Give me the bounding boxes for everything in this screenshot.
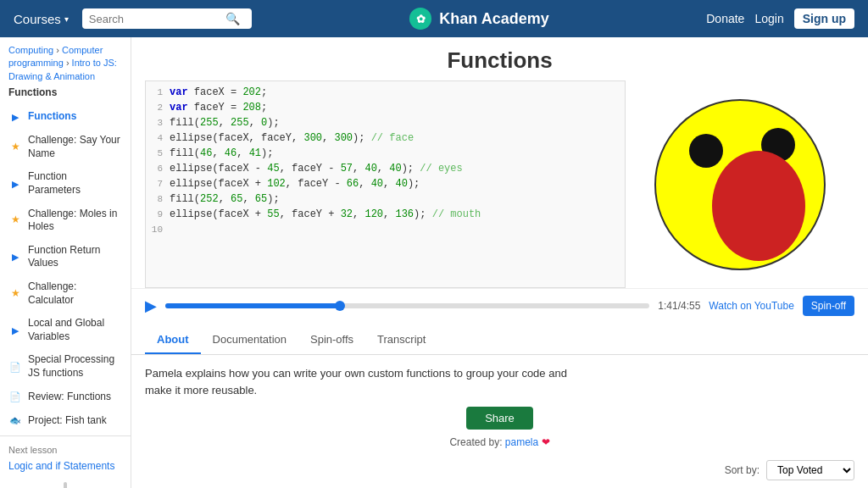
- play-icon: ▶: [8, 177, 22, 191]
- code-editor[interactable]: 1var faceX = 202;2var faceY = 208;3fill(…: [145, 80, 626, 288]
- code-line: 4ellipse(faceX, faceY, 300, 300); // fac…: [146, 132, 625, 147]
- line-number: 3: [146, 117, 170, 128]
- fn-token: ,: [383, 208, 395, 220]
- tab-about[interactable]: About: [145, 326, 201, 354]
- sidebar-item-local-and-global-variables[interactable]: ▶Local and Global Variables: [0, 312, 131, 348]
- sidebar-item-challenge-say-your-name[interactable]: ★Challenge: Say Your Name: [0, 129, 131, 165]
- share-button[interactable]: Share: [466, 407, 533, 430]
- fn-token: ,: [212, 147, 224, 159]
- code-line: 3fill(255, 255, 0);: [146, 117, 625, 132]
- header: Courses ▾ 🔍 ✿ Khan Academy Donate Login …: [0, 0, 868, 37]
- doc-icon: 📄: [8, 360, 22, 374]
- sidebar-item-label: Challenge: Calculator: [28, 280, 122, 307]
- num-token: 65: [231, 193, 242, 205]
- fn-token: ,: [219, 117, 231, 129]
- tabs-bar: AboutDocumentationSpin-offsTranscript: [131, 326, 868, 355]
- play-icon: ▶: [8, 250, 22, 263]
- code-line: 7ellipse(faceX + 102, faceY - 66, 40, 40…: [146, 178, 625, 193]
- sidebar-item-challenge-calculator[interactable]: ★Challenge: Calculator: [0, 275, 131, 312]
- fn-token: );: [267, 193, 279, 205]
- fn-token: fill(: [170, 193, 200, 205]
- play-button[interactable]: ▶: [145, 297, 157, 315]
- fn-token: fill(: [170, 147, 200, 159]
- line-number: 4: [146, 132, 170, 143]
- tab-transcript[interactable]: Transcript: [365, 326, 437, 354]
- sidebar-item-functions[interactable]: ▶Functions: [0, 105, 131, 129]
- fn-token: faceY =: [188, 102, 243, 114]
- num-token: 46: [225, 147, 236, 159]
- cm-token: // face: [371, 132, 414, 144]
- line-number: 5: [146, 147, 170, 158]
- sidebar-scrollbar[interactable]: [64, 482, 67, 488]
- star-icon: ★: [8, 287, 22, 301]
- kw-token: var: [170, 86, 188, 98]
- sidebar-current-title: Functions: [0, 86, 131, 105]
- star-icon: ★: [8, 214, 22, 227]
- preview-canvas: [626, 80, 854, 288]
- play-icon: ▶: [8, 324, 22, 337]
- num-token: 66: [347, 178, 359, 190]
- sidebar-item-project-fish-tank[interactable]: 🐟Project: Fish tank: [0, 408, 131, 432]
- next-lesson-title[interactable]: Logic and if Statements: [0, 458, 131, 479]
- search-input[interactable]: [89, 13, 220, 25]
- sidebar-item-special-processing-js-functions[interactable]: 📄Special Processing​JS functions: [0, 348, 131, 385]
- about-panel: Pamela explains how you can write your o…: [131, 355, 868, 455]
- fn-token: ;: [261, 86, 267, 98]
- code-line: 6ellipse(faceX - 45, faceY - 57, 40, 40)…: [146, 163, 625, 178]
- main-content: Functions 1var faceX = 202;2var faceY = …: [131, 37, 868, 488]
- fn-token: , faceY +: [280, 208, 341, 220]
- spin-off-button[interactable]: Spin-off: [803, 296, 854, 316]
- watch-youtube-link[interactable]: Watch on YouTube: [709, 300, 794, 312]
- breadcrumb: Computing › Computer programming › Intro…: [0, 37, 131, 86]
- progress-thumb[interactable]: [335, 301, 345, 311]
- progress-bar[interactable]: [165, 303, 649, 308]
- next-lesson-label: Next lesson: [0, 435, 131, 458]
- sidebar-item-function-return-values[interactable]: ▶Function Return Values: [0, 239, 131, 275]
- sidebar-item-function-parameters[interactable]: ▶Function Parameters: [0, 165, 131, 202]
- star-icon: ★: [8, 141, 22, 154]
- courses-menu[interactable]: Courses ▾: [14, 12, 69, 26]
- fn-token: fill(: [170, 117, 200, 129]
- sidebar-item-label: Project: Fish tank: [28, 414, 107, 428]
- brand-name: Khan Academy: [439, 10, 548, 28]
- num-token: 40: [364, 163, 376, 175]
- login-button[interactable]: Login: [754, 12, 783, 25]
- line-code: var faceX = 202;: [170, 86, 625, 98]
- line-number: 6: [146, 163, 170, 174]
- donate-button[interactable]: Donate: [706, 12, 744, 25]
- svg-text:✿: ✿: [416, 13, 426, 25]
- time-display: 1:41/4:55: [658, 300, 700, 312]
- fn-token: ,: [383, 178, 395, 190]
- breadcrumb-computing[interactable]: Computing: [8, 45, 53, 55]
- fn-token: );: [261, 147, 273, 159]
- sidebar-items: ▶Functions★Challenge: Say Your Name▶Func…: [0, 105, 131, 432]
- cm-token: // mouth: [432, 208, 481, 220]
- author-link[interactable]: pamela: [505, 436, 538, 448]
- fn-token: , faceY -: [280, 163, 341, 175]
- fn-token: );: [402, 163, 420, 175]
- created-by-label: Created by:: [449, 436, 502, 448]
- code-line: 1var faceX = 202;: [146, 86, 625, 102]
- kw-token: var: [170, 102, 188, 114]
- num-token: 65: [255, 193, 267, 205]
- sidebar-item-challenge-moles-in-holes[interactable]: ★Challenge: Moles in Holes: [0, 202, 131, 239]
- line-code: ellipse(faceX + 55, faceY + 32, 120, 136…: [170, 208, 625, 220]
- code-line: 9ellipse(faceX + 55, faceY + 32, 120, 13…: [146, 208, 625, 224]
- fn-token: ,: [353, 208, 364, 220]
- sort-select[interactable]: Top VotedRecentOldest: [766, 460, 854, 480]
- sort-by-label: Sort by:: [725, 464, 760, 476]
- signup-button[interactable]: Sign up: [794, 8, 854, 29]
- code-line: 5fill(46, 46, 41);: [146, 147, 625, 163]
- line-number: 9: [146, 208, 170, 219]
- heart-icon: ❤: [542, 436, 550, 448]
- num-token: 255: [231, 117, 249, 129]
- share-row: Share: [145, 407, 854, 430]
- line-number: 2: [146, 102, 170, 113]
- num-token: 45: [267, 163, 279, 175]
- tab-documentation[interactable]: Documentation: [201, 326, 298, 354]
- fn-token: ,: [236, 147, 248, 159]
- tab-spinoffs[interactable]: Spin-offs: [298, 326, 365, 354]
- sidebar-item-review-functions[interactable]: 📄Review: Functions: [0, 385, 131, 408]
- num-token: 57: [341, 163, 353, 175]
- num-token: 40: [395, 178, 407, 190]
